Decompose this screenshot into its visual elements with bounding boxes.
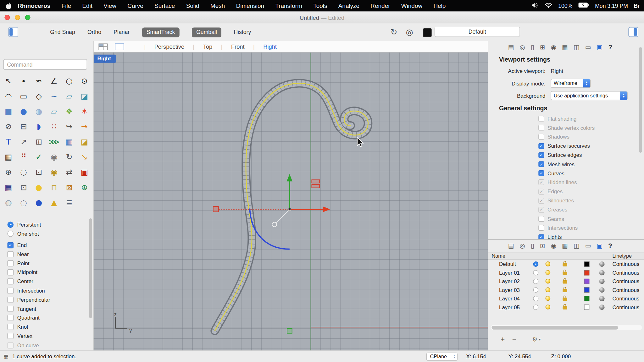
- display-option-mesh-wires[interactable]: ✓Mesh wires: [488, 160, 644, 169]
- layer-name[interactable]: Layer 01: [499, 270, 520, 276]
- display-option-intersections[interactable]: Intersections: [488, 223, 644, 233]
- panel-scrollbar[interactable]: [639, 47, 642, 153]
- tool-arc-icon[interactable]: ◠: [1, 88, 16, 103]
- tool-control-point-curve-icon[interactable]: ≈: [31, 73, 46, 88]
- checkbox[interactable]: [538, 225, 544, 231]
- gumball-origin-handle[interactable]: [288, 208, 291, 211]
- lock-icon[interactable]: [563, 298, 567, 301]
- lock-icon[interactable]: [563, 263, 567, 266]
- material-icon[interactable]: [599, 261, 605, 267]
- tool-zoom-extents-icon[interactable]: ⊕: [1, 164, 16, 179]
- checkbox[interactable]: [538, 216, 544, 222]
- tool-zoom-window-icon[interactable]: ⊡: [31, 164, 46, 179]
- viewport-tab-front[interactable]: Front: [231, 43, 245, 50]
- display-option-surface-isocurves[interactable]: ✓Surface isocurves: [488, 141, 644, 151]
- checkbox[interactable]: ✓: [538, 207, 544, 212]
- osnap-check-midpoint[interactable]: Midpoint: [8, 268, 86, 277]
- box-icon[interactable]: ⊞: [540, 242, 545, 250]
- menu-dimension[interactable]: Dimension: [236, 3, 264, 9]
- tool-mesh-tool-icon[interactable]: ▦: [1, 179, 16, 195]
- layer-color-swatch[interactable]: [584, 296, 589, 301]
- tool-torus-solid-icon[interactable]: ◍: [31, 103, 46, 118]
- document-icon[interactable]: ▯: [531, 242, 534, 250]
- circular-arrow-icon[interactable]: ↻: [389, 27, 399, 37]
- toolbar-toggle-gumball[interactable]: Gumball: [192, 27, 221, 37]
- tool-select-arrow-icon[interactable]: ↖: [1, 73, 16, 88]
- tool-lock-tool-icon[interactable]: ⊓: [47, 179, 62, 195]
- cplane-select[interactable]: CPlane ▲▼: [426, 353, 458, 361]
- tool-wire-sphere-icon[interactable]: ◍: [1, 195, 16, 210]
- four-viewports-icon[interactable]: [98, 43, 108, 50]
- command-input[interactable]: [3, 59, 87, 70]
- gumball-z-base-handle[interactable]: [287, 328, 292, 333]
- checkbox[interactable]: [8, 342, 14, 348]
- current-layer-radio[interactable]: [533, 261, 538, 267]
- tool-drape-icon[interactable]: ◪: [77, 134, 92, 149]
- target-icon[interactable]: ◎: [519, 242, 525, 250]
- tool-sphere-solid-icon[interactable]: ●: [16, 103, 31, 118]
- menu-analyze[interactable]: Analyze: [338, 3, 359, 9]
- box-icon[interactable]: ⊞: [540, 43, 545, 51]
- material-icon[interactable]: [599, 304, 605, 310]
- menu-surface[interactable]: Surface: [154, 3, 175, 9]
- checkbox[interactable]: ✓: [538, 143, 544, 149]
- single-viewport-icon[interactable]: [115, 43, 124, 50]
- checkbox[interactable]: ✓: [538, 179, 544, 185]
- current-layer-radio[interactable]: [533, 270, 538, 275]
- tool-bend-icon[interactable]: ↘: [77, 149, 92, 164]
- hatch-icon[interactable]: ▦: [562, 43, 568, 51]
- tool-cone-tool-icon[interactable]: ▲: [47, 195, 62, 210]
- background-select[interactable]: Use application settings ▲▼: [551, 91, 628, 100]
- layer-name[interactable]: Layer 04: [499, 295, 520, 302]
- layers-icon[interactable]: ▤: [508, 242, 514, 250]
- tool-box-solid-icon[interactable]: ■: [1, 103, 16, 118]
- lock-icon[interactable]: [563, 289, 567, 292]
- tool-single-point-icon[interactable]: ∙: [16, 73, 31, 88]
- tool-cage-edit-icon[interactable]: ▦: [62, 134, 77, 149]
- volume-icon[interactable]: [531, 2, 539, 9]
- tool-snapshot-icon[interactable]: ⊡: [16, 179, 31, 195]
- checkbox[interactable]: ✓: [538, 198, 544, 203]
- panels-icon[interactable]: ◫: [574, 43, 580, 51]
- layer-name[interactable]: Default: [499, 261, 516, 267]
- osnap-check-point[interactable]: Point: [8, 259, 86, 268]
- menu-rhinoceros[interactable]: Rhinoceros: [18, 3, 50, 9]
- toolbar-toggle-history[interactable]: History: [234, 29, 251, 36]
- checkbox[interactable]: [8, 333, 14, 339]
- osnap-check-quadrant[interactable]: Quadrant: [8, 313, 86, 322]
- radio[interactable]: [8, 222, 14, 228]
- tool-web-tool-icon[interactable]: ⊛: [77, 179, 92, 195]
- target-icon[interactable]: ◎: [519, 43, 525, 51]
- layer-row-default[interactable]: DefaultContinuous: [488, 260, 644, 268]
- sheet-icon[interactable]: ▭: [585, 43, 591, 51]
- menu-render[interactable]: Render: [370, 3, 390, 9]
- checkbox[interactable]: [8, 278, 14, 285]
- sidebar-toggle-icon[interactable]: [8, 27, 18, 37]
- menu-user[interactable]: Br: [634, 3, 640, 9]
- layer-color-swatch[interactable]: [584, 270, 589, 275]
- active-layer-color-swatch[interactable]: [423, 28, 431, 37]
- tool-distribute-icon[interactable]: ⠛: [16, 149, 31, 164]
- checkbox[interactable]: ✓: [8, 242, 14, 248]
- osnap-check-on-curve[interactable]: On curve: [8, 341, 86, 350]
- tool-text-object-icon[interactable]: T: [1, 134, 16, 149]
- menu-view[interactable]: View: [103, 3, 116, 9]
- display-mode-select[interactable]: Wireframe ▲▼: [551, 79, 591, 88]
- display-option-flat-shading[interactable]: Flat shading: [488, 114, 644, 123]
- display-option-silhouettes[interactable]: ✓Silhouettes: [488, 196, 644, 205]
- camera-icon[interactable]: ◉: [551, 242, 556, 250]
- visibility-bulb-icon[interactable]: [546, 270, 551, 275]
- display-icon[interactable]: ▣: [597, 242, 603, 250]
- hatch-icon[interactable]: ▦: [562, 242, 568, 250]
- sidebar-scrollbar[interactable]: [89, 218, 92, 318]
- tool-split-icon[interactable]: ⊟: [16, 118, 31, 134]
- viewport-tab-top[interactable]: Top: [203, 43, 212, 50]
- toolbar-toggle-smarttrack[interactable]: SmartTrack: [142, 27, 179, 37]
- tool-freeform-curve-icon[interactable]: ∽: [47, 88, 62, 103]
- display-option-edges[interactable]: ✓Edges: [488, 187, 644, 196]
- gumball-scale-handle-1[interactable]: [312, 180, 319, 183]
- material-icon[interactable]: [599, 270, 605, 275]
- tool-flow-along-curve-icon[interactable]: ⋙: [47, 134, 62, 149]
- current-layer-radio[interactable]: [533, 296, 538, 301]
- tool-polyline-icon[interactable]: ∠: [47, 73, 62, 88]
